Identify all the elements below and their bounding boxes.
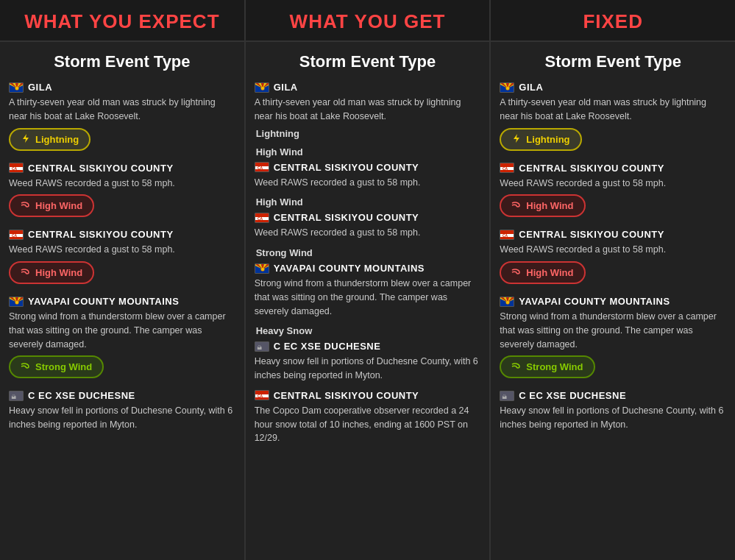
flag-icon: CA — [9, 163, 24, 173]
event-type-badge[interactable]: High Wind — [9, 194, 94, 217]
svg-marker-9 — [23, 134, 29, 143]
flag-icon: 🏔 — [255, 341, 269, 352]
badge-label: Lightning — [35, 134, 79, 145]
svg-text:CA: CA — [503, 233, 508, 238]
event-block: YAVAPAI COUNTY MOUNTAINSStrong wind from… — [255, 263, 481, 318]
event-block: CA CENTRAL SISKIYOU COUNTYWeed RAWS reco… — [500, 163, 726, 222]
event-block: CA CENTRAL SISKIYOU COUNTYWeed RAWS reco… — [9, 163, 235, 222]
event-description: Strong wind from a thunderstorm blew ove… — [500, 310, 726, 351]
location-name: CENTRAL SISKIYOU COUNTY — [274, 212, 419, 223]
location-name: GILA — [28, 82, 52, 93]
badge-icon — [511, 266, 522, 279]
event-location: GILA — [500, 82, 726, 93]
event-description: Strong wind from a thunderstorm blew ove… — [9, 310, 235, 351]
column-what-you-expect: WHAT YOU EXPECTStorm Event Type GILAA th… — [0, 0, 246, 560]
event-description: The Copco Dam cooperative observer recor… — [255, 404, 481, 445]
badge-label: High Wind — [35, 200, 82, 211]
badge-label: Strong Wind — [526, 361, 583, 372]
badge-label: Strong Wind — [35, 361, 92, 372]
event-location: 🏔 C EC XSE DUCHESNE — [500, 390, 726, 401]
location-name: CENTRAL SISKIYOU COUNTY — [274, 162, 419, 173]
event-block: CA CENTRAL SISKIYOU COUNTYThe Copco Dam … — [255, 390, 481, 445]
event-type-badge[interactable]: High Wind — [9, 261, 94, 284]
badge-icon — [21, 199, 31, 212]
flag-icon: CA — [255, 213, 269, 223]
flag-icon: 🏔 — [500, 391, 514, 401]
badge-icon — [511, 361, 522, 373]
svg-point-37 — [260, 86, 264, 90]
event-description: Weed RAWS recorded a gust to 58 mph. — [255, 226, 481, 240]
location-name: YAVAPAI COUNTY MOUNTAINS — [519, 296, 670, 307]
wind-icon — [511, 266, 522, 277]
event-type-label: Heavy Snow — [255, 325, 481, 336]
event-block: CA CENTRAL SISKIYOU COUNTYWeed RAWS reco… — [500, 229, 726, 288]
flag-icon: CA — [255, 162, 269, 172]
event-location: YAVAPAI COUNTY MOUNTAINS — [9, 296, 235, 307]
column-body: Storm Event Type GILAA thirty-seven year… — [0, 42, 244, 560]
event-block: YAVAPAI COUNTY MOUNTAINSStrong wind from… — [9, 296, 235, 383]
svg-text:🏔: 🏔 — [11, 394, 16, 400]
flag-icon: CA — [255, 390, 269, 400]
location-name: CENTRAL SISKIYOU COUNTY — [519, 229, 664, 240]
badge-icon — [21, 361, 31, 373]
event-type-label: High Wind — [255, 146, 481, 157]
event-type-badge[interactable]: Lightning — [500, 128, 581, 151]
event-type-badge[interactable]: Strong Wind — [500, 355, 594, 378]
event-type-badge[interactable]: High Wind — [500, 194, 585, 217]
column-body: Storm Event Type GILAA thirty-seven year… — [246, 42, 490, 560]
column-title: WHAT YOU GET — [253, 10, 483, 33]
svg-text:🏔: 🏔 — [502, 394, 507, 400]
event-location: 🏔 C EC XSE DUCHESNE — [255, 341, 481, 352]
event-description: A thirty-seven year old man was struck b… — [9, 96, 235, 124]
lightning-icon — [21, 133, 31, 143]
flag-icon: 🏔 — [9, 391, 24, 401]
event-type-label: Lightning — [255, 128, 481, 139]
flag-icon — [255, 82, 269, 93]
event-location: CA CENTRAL SISKIYOU COUNTY — [9, 163, 235, 174]
svg-text:CA: CA — [258, 166, 263, 170]
event-description: Weed RAWS recorded a gust to 58 mph. — [9, 177, 235, 191]
event-location: YAVAPAI COUNTY MOUNTAINS — [255, 263, 481, 274]
wind-icon — [21, 199, 31, 210]
location-name: C EC XSE DUCHESNE — [274, 341, 381, 352]
location-name: CENTRAL SISKIYOU COUNTY — [28, 163, 174, 174]
event-type-badge[interactable]: Strong Wind — [9, 355, 104, 378]
event-block: GILAA thirty-seven year old man was stru… — [500, 82, 726, 155]
event-location: GILA — [9, 82, 235, 93]
location-name: YAVAPAI COUNTY MOUNTAINS — [274, 263, 425, 274]
event-description: Weed RAWS recorded a gust to 58 mph. — [500, 243, 726, 257]
column-title: WHAT YOU EXPECT — [7, 10, 237, 33]
svg-marker-70 — [514, 134, 519, 143]
event-description: Weed RAWS recorded a gust to 58 mph. — [9, 243, 235, 257]
event-location: CA CENTRAL SISKIYOU COUNTY — [500, 163, 726, 174]
flag-icon — [9, 82, 24, 93]
event-description: A thirty-seven year old man was struck b… — [500, 96, 726, 124]
event-block: CA CENTRAL SISKIYOU COUNTYWeed RAWS reco… — [255, 212, 481, 240]
event-block: CA CENTRAL SISKIYOU COUNTYWeed RAWS reco… — [255, 162, 481, 190]
event-type-badge[interactable]: Lightning — [9, 128, 90, 151]
event-description: Weed RAWS recorded a gust to 58 mph. — [500, 177, 726, 191]
column-header: WHAT YOU EXPECT — [0, 0, 244, 42]
badge-label: High Wind — [526, 267, 573, 278]
badge-label: Lightning — [526, 134, 569, 145]
location-name: CENTRAL SISKIYOU COUNTY — [274, 390, 419, 401]
event-location: YAVAPAI COUNTY MOUNTAINS — [500, 296, 726, 307]
svg-point-69 — [506, 86, 510, 90]
section-title: Storm Event Type — [500, 52, 726, 71]
event-block: YAVAPAI COUNTY MOUNTAINSStrong wind from… — [500, 296, 726, 383]
event-type-label: Strong Wind — [255, 247, 481, 258]
wind-icon — [511, 361, 522, 371]
svg-text:CA: CA — [12, 166, 18, 171]
svg-text:CA: CA — [258, 394, 263, 398]
event-type-badge[interactable]: High Wind — [500, 261, 585, 284]
column-body: Storm Event Type GILAA thirty-seven year… — [491, 42, 735, 560]
svg-point-87 — [506, 300, 510, 304]
event-block: 🏔 C EC XSE DUCHESNEHeavy snow fell in po… — [9, 390, 235, 432]
event-description: Strong wind from a thunderstorm blew ove… — [255, 277, 481, 318]
column-header: WHAT YOU GET — [246, 0, 490, 42]
event-description: Weed RAWS recorded a gust to 58 mph. — [255, 176, 481, 190]
wind-icon — [21, 266, 31, 277]
svg-point-54 — [260, 267, 264, 271]
location-name: CENTRAL SISKIYOU COUNTY — [28, 229, 174, 240]
badge-icon — [511, 133, 522, 146]
